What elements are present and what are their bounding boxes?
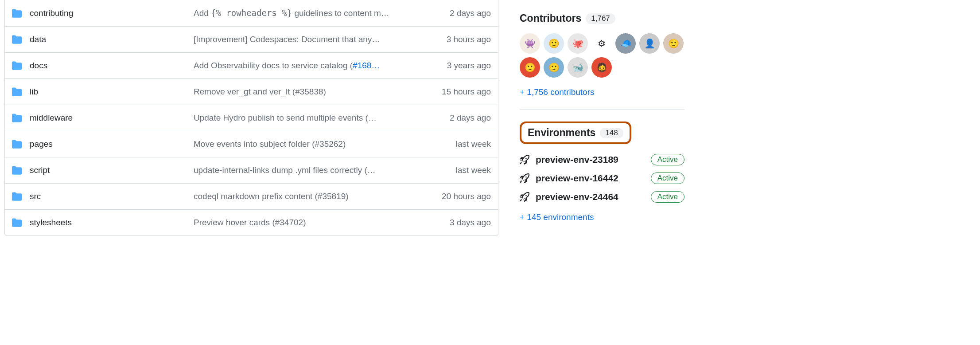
- table-row: middlewareUpdate Hydro publish to send m…: [5, 105, 498, 131]
- folder-icon: [12, 113, 22, 123]
- contributors-heading[interactable]: Contributors 1,767: [520, 12, 684, 24]
- environments-title: Environments: [528, 127, 595, 139]
- file-name-link[interactable]: pages: [30, 139, 194, 149]
- commit-message-link[interactable]: Add {% rowheaders %} guidelines to conte…: [194, 8, 416, 18]
- environments-count-badge: 148: [600, 128, 623, 138]
- file-name-link[interactable]: docs: [30, 61, 194, 71]
- avatar-glyph: 🐋: [572, 62, 583, 73]
- rocket-icon: [520, 155, 529, 165]
- commit-message-link[interactable]: Remove ver_gt and ver_lt (#35838): [194, 87, 416, 97]
- contributor-avatar[interactable]: 🙂: [663, 33, 684, 54]
- contributor-avatar[interactable]: 🐙: [568, 33, 588, 54]
- contributor-avatar[interactable]: 🐋: [568, 57, 588, 78]
- environment-status-badge: Active: [651, 191, 684, 203]
- file-name-link[interactable]: data: [30, 35, 194, 44]
- table-row: data[Improvement] Codespaces: Document t…: [5, 26, 498, 52]
- avatar-glyph: 🧔: [596, 62, 607, 73]
- avatar-glyph: 🐙: [572, 38, 583, 49]
- repo-sidebar: Contributors 1,767 👾🙂🐙⚙🧢👤🙂🙂🙂🐋🧔 + 1,756 c…: [498, 0, 684, 345]
- contributor-avatar[interactable]: 👤: [639, 33, 660, 54]
- folder-icon: [12, 218, 22, 227]
- table-row: srccodeql markdown prefix content (#3581…: [5, 183, 498, 209]
- more-environments-link[interactable]: + 145 environments: [520, 212, 684, 222]
- avatar-glyph: 👤: [644, 38, 655, 49]
- folder-icon: [12, 192, 22, 201]
- contributor-avatar[interactable]: 🧔: [591, 57, 612, 78]
- more-contributors-link[interactable]: + 1,756 contributors: [520, 87, 684, 97]
- environments-section: Environments 148 preview-env-23189Active…: [520, 122, 684, 222]
- commit-message-link[interactable]: Move events into subject folder (#35262): [194, 139, 416, 149]
- commit-time: 3 years ago: [416, 61, 491, 71]
- table-row: contributingAdd {% rowheaders %} guideli…: [5, 0, 498, 26]
- table-row: docsAdd Observability docs to service ca…: [5, 52, 498, 78]
- environment-status-badge: Active: [651, 154, 684, 165]
- commit-time: last week: [416, 165, 491, 175]
- table-row: pagesMove events into subject folder (#3…: [5, 131, 498, 157]
- table-row: stylesheetsPreview hover cards (#34702)3…: [5, 209, 498, 235]
- avatar-glyph: 🙂: [525, 62, 536, 73]
- avatar-glyph: 🙂: [668, 38, 679, 49]
- folder-icon: [12, 139, 22, 149]
- environment-status-badge: Active: [651, 172, 684, 184]
- environment-row[interactable]: preview-env-24464Active: [520, 191, 684, 203]
- sidebar-divider: [520, 110, 684, 110]
- commit-message-link[interactable]: codeql markdown prefix content (#35819): [194, 192, 416, 201]
- contributor-avatar-grid: 👾🙂🐙⚙🧢👤🙂🙂🙂🐋🧔: [520, 33, 684, 78]
- commit-message-link[interactable]: [Improvement] Codespaces: Document that …: [194, 35, 416, 44]
- contributor-avatar[interactable]: 👾: [520, 33, 540, 54]
- file-name-link[interactable]: stylesheets: [30, 218, 194, 227]
- commit-time: 15 hours ago: [416, 87, 491, 97]
- folder-icon: [12, 8, 22, 18]
- commit-message-link[interactable]: Add Observability docs to service catalo…: [194, 61, 416, 71]
- folder-icon: [12, 165, 22, 175]
- contributor-avatar[interactable]: 🙂: [544, 33, 564, 54]
- commit-time: 2 days ago: [416, 8, 491, 18]
- avatar-glyph: 🙂: [548, 62, 560, 73]
- commit-time: 3 hours ago: [416, 35, 491, 44]
- contributor-avatar[interactable]: 🙂: [520, 57, 540, 78]
- environment-name: preview-env-24464: [536, 192, 645, 202]
- contributor-avatar[interactable]: 🙂: [544, 57, 564, 78]
- file-list-panel: contributingAdd {% rowheaders %} guideli…: [0, 0, 498, 345]
- contributors-count-badge: 1,767: [586, 13, 615, 24]
- table-row: libRemove ver_gt and ver_lt (#35838)15 h…: [5, 78, 498, 105]
- environment-row[interactable]: preview-env-16442Active: [520, 172, 684, 184]
- file-name-link[interactable]: contributing: [30, 8, 194, 18]
- commit-time: 20 hours ago: [416, 192, 491, 201]
- file-name-link[interactable]: lib: [30, 87, 194, 97]
- environments-heading-highlight[interactable]: Environments 148: [520, 122, 631, 144]
- contributor-avatar[interactable]: ⚙: [591, 33, 612, 54]
- rocket-icon: [520, 173, 529, 183]
- environment-name: preview-env-23189: [536, 154, 645, 165]
- commit-time: 2 days ago: [416, 113, 491, 123]
- environments-list: preview-env-23189Activepreview-env-16442…: [520, 154, 684, 203]
- file-name-link[interactable]: script: [30, 165, 194, 175]
- rocket-icon: [520, 192, 529, 202]
- folder-icon: [12, 61, 22, 71]
- contributor-avatar[interactable]: 🧢: [615, 33, 636, 54]
- commit-message-link[interactable]: Preview hover cards (#34702): [194, 218, 416, 227]
- avatar-glyph: 🧢: [620, 38, 631, 49]
- file-name-link[interactable]: src: [30, 192, 194, 201]
- environment-name: preview-env-16442: [536, 173, 645, 184]
- commit-message-link[interactable]: Update Hydro publish to send multiple ev…: [194, 113, 416, 123]
- avatar-glyph: ⚙: [598, 38, 606, 49]
- contributors-title: Contributors: [520, 12, 581, 24]
- commit-time: 3 days ago: [416, 218, 491, 227]
- commit-message-link[interactable]: update-internal-links dump .yml files co…: [194, 165, 416, 175]
- folder-icon: [12, 87, 22, 97]
- folder-icon: [12, 35, 22, 44]
- contributors-section: Contributors 1,767 👾🙂🐙⚙🧢👤🙂🙂🙂🐋🧔 + 1,756 c…: [520, 12, 684, 97]
- environment-row[interactable]: preview-env-23189Active: [520, 154, 684, 165]
- table-row: scriptupdate-internal-links dump .yml fi…: [5, 157, 498, 183]
- avatar-glyph: 👾: [525, 38, 536, 49]
- file-name-link[interactable]: middleware: [30, 113, 194, 123]
- avatar-glyph: 🙂: [548, 38, 560, 49]
- commit-time: last week: [416, 139, 491, 149]
